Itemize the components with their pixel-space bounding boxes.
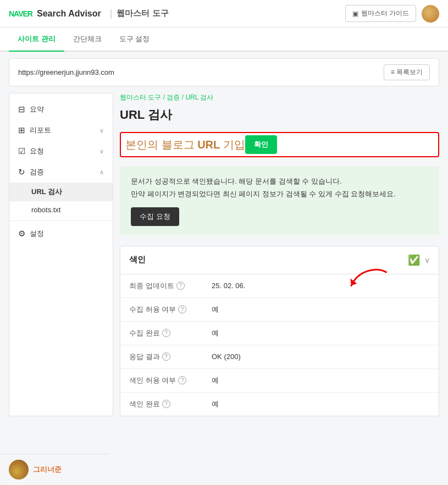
site-url: https://greenerjun.jjunn93.com — [18, 68, 384, 76]
main-layout: ⊟ 요약 ⊞ 리포트 ∨ ☑ 요청 ∨ ↻ 검증 ∧ URL 검사 robots… — [0, 93, 448, 416]
row-label-text4: 응답 결과 — [129, 352, 160, 362]
row-label-collect-done: 수집 완료 ? — [129, 328, 212, 338]
row-label-index-allow: 색인 허용 여부 ? — [129, 376, 212, 385]
naver-logo: NAVER — [9, 9, 32, 18]
index-row-collect-allow: 수집 허용 여부 ? 예 — [120, 298, 439, 322]
row-label-text: 최종 업데이트 — [129, 281, 174, 291]
list-button[interactable]: ≡ 목록보기 — [384, 64, 430, 80]
guide-icon: ▣ — [352, 10, 358, 18]
row-label-last-update: 최종 업데이트 ? — [129, 281, 212, 291]
question-icon-response[interactable]: ? — [162, 352, 170, 361]
avatar[interactable] — [422, 5, 439, 23]
url-input-placeholder-text: 본인의 블로그 URL 기입 — [125, 137, 245, 152]
sidebar-item-summary[interactable]: ⊟ 요약 — [9, 99, 113, 120]
row-value-response: OK (200) — [212, 352, 241, 361]
index-row-index-done: 색인 완료 ? 예 — [120, 393, 439, 416]
chevron-up-icon: ∧ — [99, 169, 104, 176]
sidebar-item-label-settings: 설정 — [30, 229, 44, 239]
tab-quick-check[interactable]: 간단체크 — [64, 27, 110, 52]
site-url-bar: https://greenerjun.jjunn93.com ≡ 목록보기 — [9, 58, 439, 86]
sidebar-item-settings[interactable]: ⚙ 설정 — [9, 223, 113, 244]
confirm-button[interactable]: 확인 — [245, 135, 277, 154]
success-line2: 만약 페이지가 변경되었다면 최신 페이지 정보가 검색될 수 있게 수집 요청… — [131, 188, 428, 200]
chevron-down-icon: ∨ — [99, 127, 104, 134]
settings-icon: ⚙ — [18, 229, 25, 239]
success-box: 문서가 성공적으로 색인됐습니다. 해당 문서를 검색할 수 있습니다. 만약 … — [120, 166, 439, 235]
nav-tabs: 사이트 관리 간단체크 도구 설정 — [0, 27, 448, 52]
header-divider: | — [110, 8, 113, 19]
user-avatar — [9, 460, 29, 480]
app-title: Search Advisor — [37, 9, 101, 19]
row-label-text2: 수집 허용 여부 — [129, 305, 176, 315]
user-name: 그리너준 — [33, 465, 62, 475]
webmaster-title: 웹마스터 도구 — [117, 8, 168, 19]
row-value-collect-allow: 예 — [212, 305, 219, 315]
user-bar: 그리너준 — [0, 454, 110, 485]
row-label-index-done: 색인 완료 ? — [129, 399, 212, 409]
sidebar-item-label-report: 리포트 — [30, 125, 51, 135]
index-chevron-icon[interactable]: ∨ — [424, 256, 430, 264]
page-title: URL 검사 — [120, 107, 439, 123]
row-label-response: 응답 결과 ? — [129, 352, 212, 362]
content-area: 웹마스터 도구 / 검증 / URL 검사 URL 검사 본인의 블로그 URL… — [120, 93, 439, 416]
question-icon-index-allow[interactable]: ? — [178, 376, 186, 384]
app-header: NAVER Search Advisor | 웹마스터 도구 ▣ 웹마스터 가이… — [0, 0, 448, 27]
index-row-collect-done: 수집 완료 ? 예 — [120, 322, 439, 345]
index-row-last-update: 최종 업데이트 ? 25. 02. 06. — [120, 274, 439, 298]
report-icon: ⊞ — [18, 125, 25, 135]
sidebar: ⊟ 요약 ⊞ 리포트 ∨ ☑ 요청 ∨ ↻ 검증 ∧ URL 검사 robots… — [9, 93, 113, 416]
question-icon-collect-done[interactable]: ? — [162, 329, 170, 337]
url-input-box: 본인의 블로그 URL 기입 확인 — [120, 132, 439, 157]
svg-marker-0 — [349, 278, 358, 286]
sidebar-item-label-verify: 검증 — [30, 167, 44, 177]
sidebar-item-label-summary: 요약 — [30, 104, 44, 114]
sidebar-divider — [9, 221, 113, 221]
sidebar-item-verify[interactable]: ↻ 검증 ∧ — [9, 162, 113, 183]
row-label-text5: 색인 허용 여부 — [129, 376, 176, 385]
verify-icon: ↻ — [18, 167, 25, 177]
question-icon-collect-allow[interactable]: ? — [178, 305, 186, 313]
row-value-last-update: 25. 02. 06. — [212, 282, 245, 290]
breadcrumb-part2: 검증 — [167, 93, 180, 101]
breadcrumb: 웹마스터 도구 / 검증 / URL 검사 — [120, 93, 439, 102]
url-bold-label: URL — [197, 139, 220, 151]
success-line1: 문서가 성공적으로 색인됐습니다. 해당 문서를 검색할 수 있습니다. — [131, 175, 428, 188]
row-value-index-allow: 예 — [212, 376, 219, 385]
chevron-down-icon2: ∨ — [99, 148, 104, 155]
index-row-response: 응답 결과 ? OK (200) — [120, 345, 439, 369]
question-icon-update[interactable]: ? — [176, 282, 185, 290]
index-row-index-allow: 색인 허용 여부 ? 예 — [120, 369, 439, 393]
row-value-collect-done: 예 — [212, 328, 219, 338]
header-right: ▣ 웹마스터 가이드 — [345, 5, 439, 23]
row-label-text3: 수집 완료 — [129, 328, 160, 338]
tab-tool-settings[interactable]: 도구 설정 — [110, 27, 159, 52]
guide-btn-label: 웹마스터 가이드 — [361, 9, 409, 18]
webmaster-guide-button[interactable]: ▣ 웹마스터 가이드 — [345, 5, 416, 22]
breadcrumb-part3: URL 검사 — [185, 93, 213, 101]
row-label-text6: 색인 완료 — [129, 399, 160, 409]
summary-icon: ⊟ — [18, 104, 25, 114]
collect-request-button[interactable]: 수집 요청 — [131, 207, 179, 226]
row-value-index-done: 예 — [212, 399, 219, 409]
sidebar-item-report[interactable]: ⊞ 리포트 ∨ — [9, 120, 113, 141]
sidebar-item-label-request: 요청 — [30, 146, 44, 156]
request-icon: ☑ — [18, 146, 25, 156]
tab-site-manage[interactable]: 사이트 관리 — [9, 27, 64, 52]
sidebar-sub-item-url-check[interactable]: URL 검사 — [9, 183, 113, 201]
index-check-icon: ✅ — [408, 254, 420, 266]
index-section: 색인 ✅ ∨ 최종 업데이트 ? 25. 02. 06. — [120, 246, 439, 416]
question-icon-index-done[interactable]: ? — [162, 400, 170, 408]
sidebar-item-request[interactable]: ☑ 요청 ∨ — [9, 141, 113, 162]
sidebar-sub-item-robots[interactable]: robots.txt — [9, 201, 113, 218]
row-label-collect-allow: 수집 허용 여부 ? — [129, 305, 212, 315]
breadcrumb-part1: 웹마스터 도구 — [120, 93, 161, 101]
